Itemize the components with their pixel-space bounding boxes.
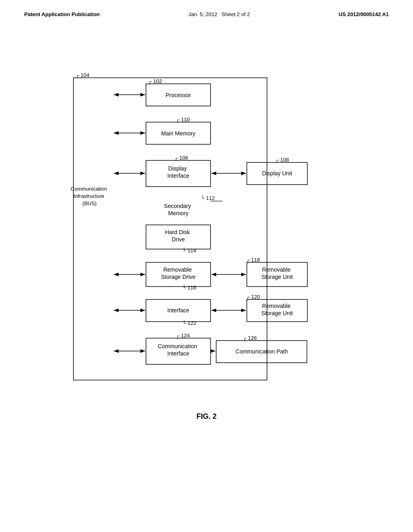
hard-disk-label: Hard Disk Drive bbox=[165, 229, 191, 243]
display-unit-label: Display Unit bbox=[262, 170, 292, 177]
ref-126: ┌ 126 bbox=[243, 335, 257, 342]
communication-path-label: Communication Path bbox=[236, 348, 288, 355]
page-header: Patent Application Publication Jan. 5, 2… bbox=[0, 0, 413, 17]
ref-122: └ 122 bbox=[182, 320, 196, 326]
removable-storage-unit-118-label: Removable Storage Unit bbox=[261, 266, 293, 280]
ref-116: └ 116 bbox=[182, 285, 196, 291]
processor-label: Processor bbox=[165, 92, 191, 98]
header-sheet: Sheet 2 of 2 bbox=[222, 11, 250, 17]
diagram-svg: ┌ 104 Communication Infrastructure (BUS)… bbox=[49, 42, 364, 404]
diagram-area: ┌ 104 Communication Infrastructure (BUS)… bbox=[0, 42, 413, 404]
bus-label: Communication Infrastructure (BUS) bbox=[71, 186, 108, 206]
ref-114: └ 114 bbox=[182, 247, 196, 254]
ref-124: ┌ 124 bbox=[176, 332, 190, 339]
ref-118: ┌ 118 bbox=[246, 257, 260, 264]
ref-110: ┌ 110 bbox=[176, 116, 190, 123]
ref-120: ┌ 120 bbox=[246, 294, 260, 301]
display-interface-label: Display Interface bbox=[167, 165, 190, 179]
removable-storage-drive-label: Removable Storage Drive bbox=[161, 266, 196, 280]
ref-112: └ 112 bbox=[201, 195, 215, 201]
interface-label: Interface bbox=[167, 307, 190, 314]
fig-label: FIG. 2 bbox=[0, 412, 413, 421]
main-memory-label: Main Memory bbox=[161, 130, 196, 137]
header-left: Patent Application Publication bbox=[24, 11, 100, 17]
communication-interface-label: Communication Interface bbox=[158, 343, 198, 357]
secondary-memory-label: Secondary Memory bbox=[164, 203, 193, 216]
header-center: Jan. 5, 2012 Sheet 2 of 2 bbox=[188, 11, 250, 17]
header-right: US 2012/0005142 A1 bbox=[338, 11, 389, 17]
ref-108: ┌ 108 bbox=[275, 157, 289, 164]
header-date: Jan. 5, 2012 bbox=[188, 11, 217, 17]
ref-104: ┌ 104 bbox=[75, 72, 90, 79]
ref-106: ┌ 106 bbox=[174, 155, 188, 162]
ref-102: ┌ 102 bbox=[148, 78, 162, 85]
removable-storage-unit-120-label: Removable Storage Unit bbox=[261, 303, 293, 316]
